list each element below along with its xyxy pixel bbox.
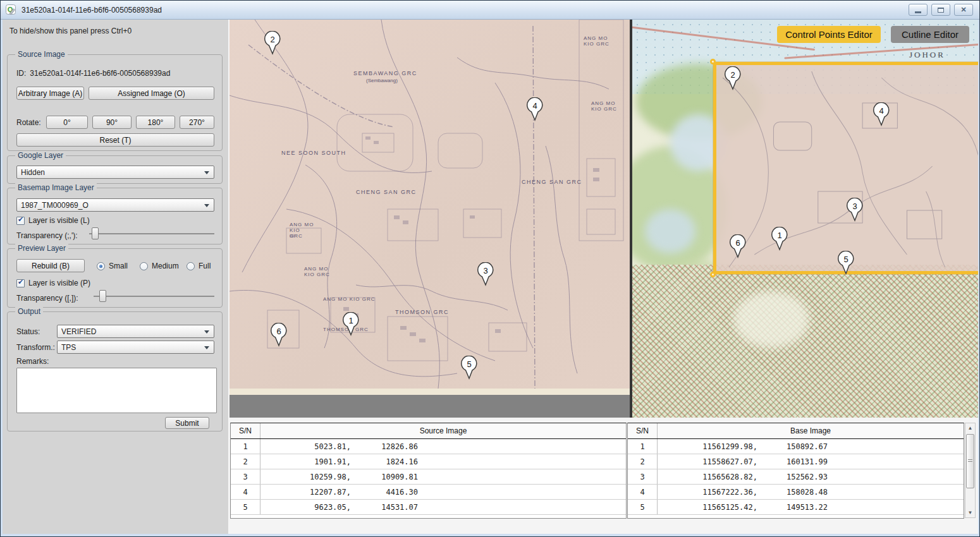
small-radio[interactable] [97,262,105,270]
reset-button[interactable]: Reset (T) [16,133,214,147]
control-point-marker[interactable]: 5 [460,356,478,380]
overlay-linework [716,65,978,271]
status-select[interactable]: VERIFIED [57,325,214,338]
control-point-marker[interactable]: 4 [526,97,544,121]
preview-visible-checkbox[interactable] [16,279,25,287]
chevron-down-icon [204,171,209,174]
control-point-marker[interactable]: 6 [729,234,747,258]
control-point-marker[interactable]: 3 [846,198,864,222]
remarks-textarea[interactable] [16,368,217,413]
preview-size-full[interactable]: Full [187,262,211,270]
cutline-handle[interactable] [710,59,716,64]
base-map-canvas[interactable]: JOHOR [632,20,978,418]
basemap-transparency-label: Transparency (;,'): [16,231,78,240]
rotate-0-button[interactable]: 0° [46,116,88,129]
source-gcp-table[interactable]: S/N Source Image 1 5023.81,12826.86 2 19… [230,423,627,519]
control-point-marker[interactable]: 5 [837,251,855,275]
preview-layer-group-title: Preview Layer [15,244,68,253]
maximize-button[interactable] [931,4,950,16]
source-image-canvas[interactable]: SEMBAWANG GRC (Sembawang) NEE SOON SOUTH… [230,20,630,418]
scanned-map[interactable]: SEMBAWANG GRC (Sembawang) NEE SOON SOUTH… [230,20,630,389]
table-row[interactable]: 5 11565125.42,149513.22 [628,500,964,515]
svg-text:1: 1 [348,316,353,325]
table-row-partial [628,515,964,518]
basemap-layer-group: Basemap Image Layer 1987_TM000969_O Laye… [7,188,223,244]
rotate-180-button[interactable]: 180° [136,116,175,129]
scroll-down-icon[interactable]: ▼ [965,508,975,517]
svg-text:3: 3 [483,266,487,275]
control-point-marker[interactable]: 1 [342,312,360,336]
svg-text:3: 3 [852,202,857,211]
window-title: 31e520a1-014f-11e6-b6f6-0050568939ad [21,6,162,15]
basemap-visible-row: Layer is visible (L) [16,216,90,225]
svg-text:4: 4 [879,106,883,116]
control-point-marker[interactable]: 3 [477,262,494,286]
basemap-transparency-slider[interactable] [89,227,214,239]
rotate-label: Rotate: [16,118,41,127]
svg-text:5: 5 [467,359,471,369]
title-bar[interactable]: Q 31e520a1-014f-11e6-b6f6-0050568939ad ✕ [1,1,979,20]
svg-text:4: 4 [532,101,537,111]
preview-size-medium[interactable]: Medium [140,262,179,270]
preview-transparency-slider[interactable] [94,290,214,302]
preview-size-small[interactable]: Small [97,262,128,270]
minimize-button[interactable] [909,4,928,16]
table-row[interactable]: 1 11561299.98,150892.67 [628,439,964,454]
full-radio[interactable] [187,262,195,270]
rotate-270-button[interactable]: 270° [180,116,214,129]
app-window: Q 31e520a1-014f-11e6-b6f6-0050568939ad ✕… [0,0,980,537]
assigned-image-button[interactable]: Assigned Image (O) [89,87,214,100]
slider-thumb[interactable] [92,227,99,239]
table-row[interactable]: 4 12207.87,4416.30 [231,485,626,500]
arbitrary-image-button[interactable]: Arbitrary Image (A) [16,87,84,100]
table-row[interactable]: 3 10259.98,10909.81 [231,469,626,485]
slider-thumb[interactable] [99,290,106,302]
source-image-column-header: Source Image [260,426,626,435]
table-row[interactable]: 2 1901.91,1824.16 [231,454,626,469]
output-group-title: Output [15,307,43,316]
control-point-marker[interactable]: 6 [270,323,288,347]
base-gcp-table[interactable]: S/N Base Image 1 11561299.98,150892.67 2… [627,423,964,519]
table-row[interactable]: 3 11565628.82,152562.93 [628,469,964,485]
preview-visible-label: Layer is visible (P) [28,279,90,287]
full-radio-label: Full [199,262,211,270]
control-panel: To hide/show this panel press Ctrl+0 Sou… [3,20,228,534]
rebuild-button[interactable]: Rebuild (B) [16,259,85,272]
transform-select[interactable]: TPS [57,341,214,354]
minimize-icon [915,11,921,13]
tab-cutline-editor[interactable]: Cutline Editor [891,26,969,43]
table-row[interactable]: 2 11558627.07,160131.99 [628,454,964,469]
basemap-visible-checkbox[interactable] [16,217,25,225]
submit-button[interactable]: Submit [165,417,209,429]
map-label: SEMBAWANG GRC [353,70,417,76]
table-row[interactable]: 5 9623.05,14531.07 [231,500,626,515]
basemap-layer-selected-value: 1987_TM000969_O [21,201,89,210]
google-layer-select[interactable]: Hidden [16,166,214,179]
table-row[interactable]: 4 11567222.36,158028.48 [628,485,964,500]
svg-text:6: 6 [735,238,740,248]
svg-text:5: 5 [843,255,848,264]
control-point-marker[interactable]: 2 [264,31,281,55]
table-scrollbar[interactable]: ▲ ▼ [965,423,976,518]
medium-radio[interactable] [140,262,148,270]
sn-column-header: S/N [231,423,260,438]
basemap-layer-select[interactable]: 1987_TM000969_O [16,198,214,212]
control-point-marker[interactable]: 2 [724,66,742,90]
rotate-90-button[interactable]: 90° [92,116,132,129]
cutline-handle[interactable] [710,272,716,277]
transform-selected-value: TPS [61,343,76,352]
scroll-up-icon[interactable]: ▲ [965,423,975,433]
table-row[interactable]: 1 5023.81,12826.86 [231,439,626,454]
google-layer-group-title: Google Layer [15,151,66,160]
close-button[interactable]: ✕ [954,4,973,16]
gcp-table-section: S/N Source Image 1 5023.81,12826.86 2 19… [230,418,978,534]
image-footprint-rect[interactable] [713,62,978,274]
scrollbar-thumb[interactable] [966,434,974,488]
table-header-row: S/N Base Image [628,423,964,439]
basemap-layer-group-title: Basemap Image Layer [15,183,97,192]
tab-control-points-editor[interactable]: Control Points Editor [777,26,881,43]
source-image-group-title: Source Image [15,50,68,59]
map-label: ANG MO KIO GRC [304,266,333,277]
control-point-marker[interactable]: 4 [873,102,890,126]
control-point-marker[interactable]: 1 [771,227,788,251]
